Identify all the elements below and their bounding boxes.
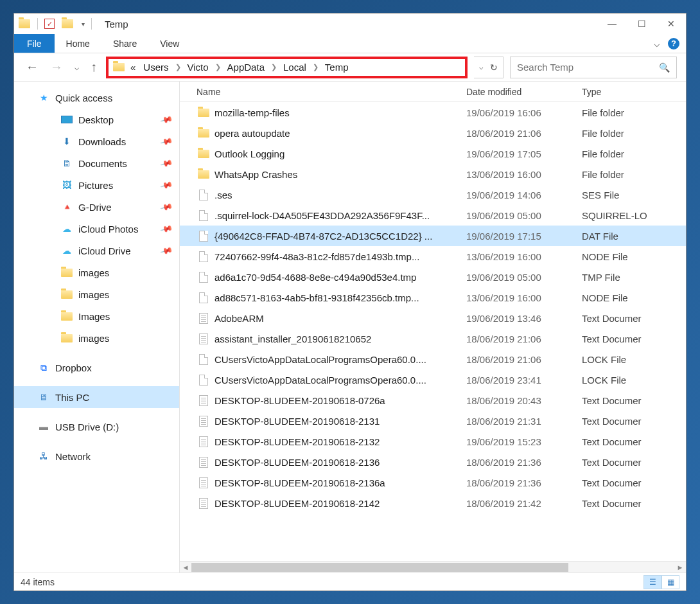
thumbnails-view-button[interactable]: ▦ — [661, 575, 679, 589]
table-row[interactable]: DESKTOP-8LUDEEM-20190618-2136a18/06/2019… — [180, 472, 686, 493]
file-type: Text Documer — [582, 416, 672, 427]
tab-share[interactable]: Share — [101, 34, 148, 53]
sidebar-item[interactable]: 🖼Pictures📌 — [14, 174, 179, 196]
scroll-right-icon[interactable]: ► — [674, 564, 686, 571]
help-icon[interactable]: ? — [668, 38, 679, 49]
dropbox-icon: ⧉ — [37, 362, 50, 373]
file-date: 18/06/2019 21:06 — [466, 333, 582, 344]
sidebar-item[interactable]: images — [14, 327, 179, 349]
tab-view[interactable]: View — [148, 34, 191, 53]
back-button[interactable]: ← — [23, 60, 41, 75]
breadcrumb-item[interactable]: AppData — [225, 62, 267, 73]
file-date: 19/06/2019 17:05 — [466, 148, 582, 159]
table-row[interactable]: CUsersVictoAppDataLocalProgramsOpera60.0… — [180, 349, 686, 369]
qat-customize-icon[interactable]: ▾ — [82, 21, 85, 28]
column-header-date[interactable]: Date modified — [466, 87, 582, 97]
table-row[interactable]: WhatsApp Crashes13/06/2019 16:00File fol… — [180, 164, 686, 184]
file-tab[interactable]: File — [14, 34, 55, 53]
file-date: 19/06/2019 05:00 — [466, 272, 582, 283]
sidebar-item-label: Quick access — [55, 93, 112, 103]
sidebar-item-label: iCloud Drive — [78, 245, 131, 256]
search-input[interactable] — [517, 62, 659, 73]
gdrive-icon: 🔺 — [60, 202, 73, 212]
file-date: 18/06/2019 21:31 — [466, 416, 582, 427]
table-row[interactable]: Outlook Logging19/06/2019 17:05File fold… — [180, 143, 686, 164]
file-icon — [199, 251, 208, 262]
table-row[interactable]: CUsersVictoAppDataLocalProgramsOpera60.0… — [180, 369, 686, 390]
sidebar-item-label: Pictures — [78, 180, 113, 191]
sidebar-item[interactable]: Desktop📌 — [14, 109, 179, 130]
table-row[interactable]: DESKTOP-8LUDEEM-20190618-214218/06/2019 … — [180, 493, 686, 513]
sidebar-item[interactable]: images — [14, 283, 179, 305]
table-row[interactable]: assistant_installer_2019061821065218/06/… — [180, 328, 686, 349]
sidebar-item[interactable]: ☁iCloud Drive📌 — [14, 240, 179, 262]
chevron-right-icon[interactable]: ❯ — [214, 63, 222, 71]
address-bar[interactable]: « Users ❯ Victo ❯ AppData ❯ Local ❯ Temp — [106, 57, 468, 78]
details-view-button[interactable]: ☰ — [643, 575, 661, 589]
table-row[interactable]: .squirrel-lock-D4A505FE43DDA292A356F9F43… — [180, 205, 686, 226]
table-row[interactable]: .ses19/06/2019 14:06SES File — [180, 184, 686, 205]
file-icon — [199, 375, 208, 386]
forward-button[interactable]: → — [48, 60, 66, 75]
table-row[interactable]: DESKTOP-8LUDEEM-20190618-213118/06/2019 … — [180, 411, 686, 431]
sidebar-item[interactable]: ⬇Downloads📌 — [14, 130, 179, 152]
horizontal-scrollbar[interactable]: ◄ ► — [180, 561, 686, 573]
table-row[interactable]: DESKTOP-8LUDEEM-20190618-0726a18/06/2019… — [180, 390, 686, 411]
sidebar-item[interactable]: ☁iCloud Photos📌 — [14, 218, 179, 240]
sidebar-network[interactable]: 🖧 Network — [14, 445, 179, 467]
breadcrumb-overflow[interactable]: « — [128, 62, 138, 73]
search-icon[interactable]: 🔍 — [659, 62, 670, 73]
minimize-button[interactable]: — — [597, 13, 627, 34]
recent-locations-button[interactable]: ⌵ — [72, 63, 82, 72]
sidebar-usb-drive[interactable]: ▬ USB Drive (D:) — [14, 416, 179, 438]
ribbon-expand-icon[interactable]: ⌵ — [654, 37, 660, 49]
chevron-right-icon[interactable]: ❯ — [270, 63, 278, 71]
desktop-icon — [60, 114, 73, 125]
file-pane: Name Date modified Type mozilla-temp-fil… — [180, 82, 686, 573]
table-row[interactable]: AdobeARM19/06/2019 13:46Text Documer — [180, 308, 686, 328]
table-row[interactable]: ad88c571-8163-4ab5-bf81-9318f42356cb.tmp… — [180, 287, 686, 308]
history-dropdown-icon[interactable]: ⌵ — [479, 63, 484, 71]
sidebar-item[interactable]: 🔺G-Drive📌 — [14, 196, 179, 218]
sidebar-item[interactable]: Images — [14, 305, 179, 327]
breadcrumb-item[interactable]: Victo — [185, 62, 211, 73]
sidebar-item[interactable]: 🗎Documents📌 — [14, 152, 179, 174]
table-row[interactable]: DESKTOP-8LUDEEM-20190618-213618/06/2019 … — [180, 452, 686, 472]
sidebar-item-label: This PC — [55, 392, 89, 403]
column-header-name[interactable]: Name — [197, 87, 466, 97]
table-row[interactable]: DESKTOP-8LUDEEM-20190618-213219/06/2019 … — [180, 431, 686, 452]
sidebar-item-label: Downloads — [78, 136, 126, 147]
tab-home[interactable]: Home — [55, 34, 101, 53]
qat-new-folder-icon[interactable] — [61, 19, 74, 29]
table-row[interactable]: ad6a1c70-9d54-4688-8e8e-c494a90d53e4.tmp… — [180, 267, 686, 287]
breadcrumb-item[interactable]: Temp — [322, 62, 351, 73]
table-row[interactable]: 72407662-99f4-48a3-81c2-fd857de1493b.tmp… — [180, 246, 686, 267]
sidebar-item-label: Network — [55, 451, 91, 462]
table-row[interactable]: opera autoupdate18/06/2019 21:06File fol… — [180, 123, 686, 143]
breadcrumb-item[interactable]: Local — [281, 62, 309, 73]
file-list[interactable]: mozilla-temp-files19/06/2019 16:06File f… — [180, 102, 686, 561]
table-row[interactable]: mozilla-temp-files19/06/2019 16:06File f… — [180, 102, 686, 123]
breadcrumb-item[interactable]: Users — [141, 62, 171, 73]
sidebar-this-pc[interactable]: 🖥 This PC — [14, 386, 179, 408]
sidebar-item[interactable]: images — [14, 262, 179, 283]
refresh-icon[interactable]: ↻ — [490, 62, 498, 73]
sidebar-quick-access[interactable]: ★ Quick access — [14, 87, 179, 109]
file-name: .ses — [211, 190, 466, 200]
column-header-type[interactable]: Type — [582, 87, 686, 97]
file-date: 18/06/2019 21:06 — [466, 128, 582, 139]
sidebar-dropbox[interactable]: ⧉ Dropbox — [14, 357, 179, 378]
qat-properties-icon[interactable]: ✓ — [44, 19, 55, 29]
up-button[interactable]: ↑ — [88, 60, 100, 75]
table-row[interactable]: {490642C8-FFAD-4B74-87C2-AD13C5CC1D22} .… — [180, 226, 686, 246]
chevron-right-icon[interactable]: ❯ — [311, 63, 320, 71]
scroll-left-icon[interactable]: ◄ — [180, 564, 191, 571]
search-box[interactable]: 🔍 — [510, 57, 677, 78]
file-type: TMP File — [582, 272, 672, 283]
maximize-button[interactable]: ☐ — [627, 13, 656, 34]
navigation-pane[interactable]: ★ Quick access Desktop📌⬇Downloads📌🗎Docum… — [14, 82, 180, 573]
file-icon — [199, 231, 208, 242]
status-item-count: 44 items — [21, 577, 55, 587]
chevron-right-icon[interactable]: ❯ — [174, 63, 182, 71]
close-button[interactable]: ✕ — [656, 13, 686, 34]
